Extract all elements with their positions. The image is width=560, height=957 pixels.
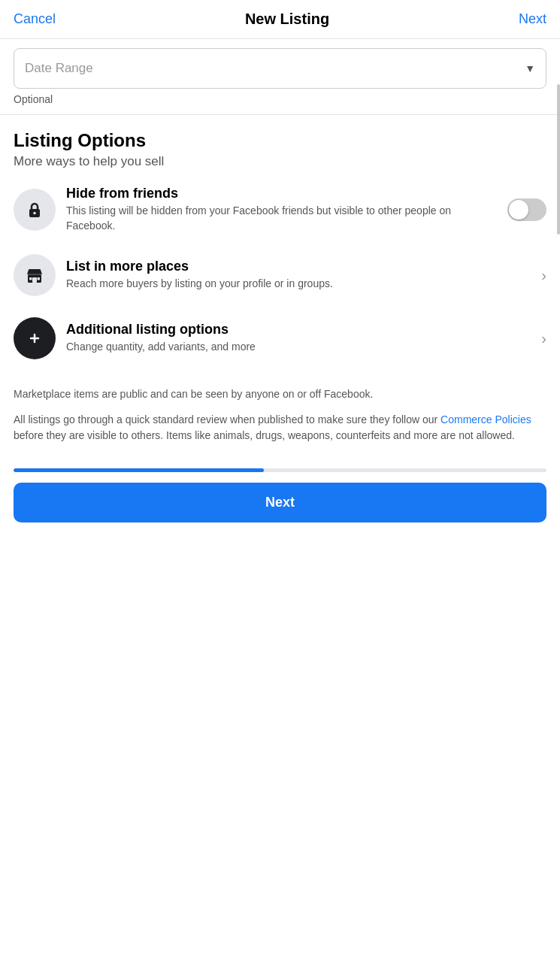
optional-label: Optional xyxy=(14,93,546,114)
public-notice: Marketplace items are public and can be … xyxy=(14,386,546,401)
listing-options-title: Listing Options xyxy=(14,130,546,151)
svg-point-1 xyxy=(33,211,36,214)
additional-listing-options-text: Additional listing options Change quanti… xyxy=(66,322,534,355)
lock-icon-circle xyxy=(14,189,56,231)
additional-listing-options-title: Additional listing options xyxy=(66,322,534,338)
hide-from-friends-toggle[interactable] xyxy=(507,198,546,221)
progress-section xyxy=(0,468,560,483)
list-in-more-places-desc: Reach more buyers by listing on your pro… xyxy=(66,277,534,292)
policy-notice-after: before they are visible to others. Items… xyxy=(14,429,515,441)
list-in-more-places-title: List in more places xyxy=(66,259,534,274)
divider xyxy=(0,114,560,115)
hide-from-friends-text: Hide from friends This listing will be h… xyxy=(66,186,500,233)
listing-options-subtitle: More ways to help you sell xyxy=(14,154,546,169)
cancel-button[interactable]: Cancel xyxy=(14,11,56,27)
hide-from-friends-action xyxy=(507,198,546,221)
chevron-right-icon-2: › xyxy=(541,330,546,347)
list-in-more-places-text: List in more places Reach more buyers by… xyxy=(66,259,534,292)
date-range-dropdown[interactable]: Date Range ▼ xyxy=(14,48,546,89)
page-title: New Listing xyxy=(245,11,329,28)
store-icon-circle xyxy=(14,254,56,296)
progress-bar-fill xyxy=(14,468,264,472)
policy-notice-before: All listings go through a quick standard… xyxy=(14,413,440,426)
chevron-down-icon: ▼ xyxy=(525,62,535,74)
content: Date Range ▼ Optional Listing Options Mo… xyxy=(0,39,560,545)
date-range-section: Date Range ▼ Optional xyxy=(0,39,560,114)
listing-options-section: Listing Options More ways to help you se… xyxy=(0,130,560,359)
hide-from-friends-title: Hide from friends xyxy=(66,186,500,201)
footer-text-section: Marketplace items are public and can be … xyxy=(0,380,560,468)
progress-bar-background xyxy=(14,468,546,472)
list-in-more-places-row[interactable]: List in more places Reach more buyers by… xyxy=(14,254,546,296)
lock-icon xyxy=(24,199,45,220)
hide-from-friends-row: Hide from friends This listing will be h… xyxy=(14,186,546,233)
additional-listing-options-row[interactable]: Additional listing options Change quanti… xyxy=(14,317,546,359)
additional-listing-options-desc: Change quantity, add variants, and more xyxy=(66,340,534,355)
store-icon xyxy=(24,265,45,286)
hide-from-friends-desc: This listing will be hidden from your Fa… xyxy=(66,204,500,233)
next-button-section: Next xyxy=(0,483,560,545)
svg-rect-3 xyxy=(32,277,37,283)
plus-icon xyxy=(24,328,45,349)
policy-notice: All listings go through a quick standard… xyxy=(14,412,546,443)
chevron-right-icon: › xyxy=(541,267,546,283)
header-next-button[interactable]: Next xyxy=(519,11,546,27)
date-range-placeholder: Date Range xyxy=(25,61,93,76)
next-button[interactable]: Next xyxy=(14,483,546,522)
commerce-policies-link[interactable]: Commerce Policies xyxy=(440,413,531,426)
header: Cancel New Listing Next xyxy=(0,0,560,39)
additional-listing-options-action: › xyxy=(541,330,546,347)
plus-icon-circle xyxy=(14,317,56,359)
scrollbar-thumb[interactable] xyxy=(557,84,560,235)
list-in-more-places-action: › xyxy=(541,267,546,284)
svg-rect-4 xyxy=(29,277,32,280)
scrollbar[interactable] xyxy=(556,39,560,545)
svg-rect-5 xyxy=(38,277,41,280)
